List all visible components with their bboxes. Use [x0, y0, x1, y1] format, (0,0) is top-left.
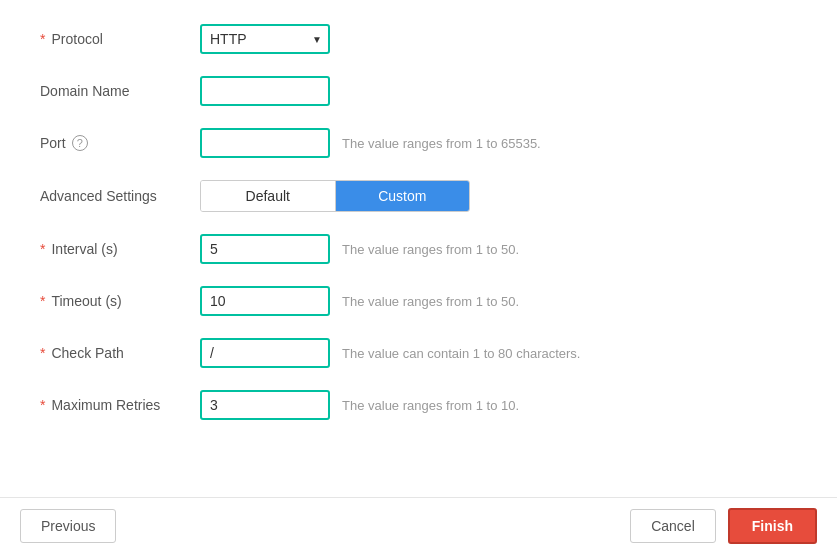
timeout-hint: The value ranges from 1 to 50. [342, 294, 519, 309]
port-label: Port ? [40, 135, 200, 151]
advanced-settings-label: Advanced Settings [40, 188, 200, 204]
max-retries-input[interactable] [200, 390, 330, 420]
max-retries-hint: The value ranges from 1 to 10. [342, 398, 519, 413]
interval-input[interactable] [200, 234, 330, 264]
domain-name-label: Domain Name [40, 83, 200, 99]
check-path-required-star: * [40, 345, 45, 361]
protocol-required-star: * [40, 31, 45, 47]
timeout-label: * Timeout (s) [40, 293, 200, 309]
port-input[interactable] [200, 128, 330, 158]
check-path-label: * Check Path [40, 345, 200, 361]
port-row: Port ? The value ranges from 1 to 65535. [40, 128, 797, 158]
finish-button[interactable]: Finish [728, 508, 817, 544]
max-retries-label: * Maximum Retries [40, 397, 200, 413]
footer-left: Previous [20, 509, 116, 543]
check-path-label-text: Check Path [51, 345, 123, 361]
previous-button[interactable]: Previous [20, 509, 116, 543]
advanced-settings-label-text: Advanced Settings [40, 188, 157, 204]
advanced-settings-toggle: Default Custom [200, 180, 470, 212]
domain-name-label-text: Domain Name [40, 83, 129, 99]
footer: Previous Cancel Finish [0, 497, 837, 554]
max-retries-row: * Maximum Retries The value ranges from … [40, 390, 797, 420]
interval-row: * Interval (s) The value ranges from 1 t… [40, 234, 797, 264]
timeout-label-text: Timeout (s) [51, 293, 121, 309]
port-help-icon[interactable]: ? [72, 135, 88, 151]
protocol-row: * Protocol HTTP HTTPS TCP UDP ▼ [40, 24, 797, 54]
timeout-input[interactable] [200, 286, 330, 316]
max-retries-label-text: Maximum Retries [51, 397, 160, 413]
timeout-row: * Timeout (s) The value ranges from 1 to… [40, 286, 797, 316]
check-path-hint: The value can contain 1 to 80 characters… [342, 346, 580, 361]
interval-hint: The value ranges from 1 to 50. [342, 242, 519, 257]
protocol-label-text: Protocol [51, 31, 102, 47]
advanced-settings-row: Advanced Settings Default Custom [40, 180, 797, 212]
domain-name-row: Domain Name [40, 76, 797, 106]
advanced-custom-button[interactable]: Custom [336, 181, 470, 211]
timeout-required-star: * [40, 293, 45, 309]
advanced-default-button[interactable]: Default [201, 181, 336, 211]
footer-right: Cancel Finish [630, 508, 817, 544]
check-path-row: * Check Path The value can contain 1 to … [40, 338, 797, 368]
protocol-label: * Protocol [40, 31, 200, 47]
port-hint: The value ranges from 1 to 65535. [342, 136, 541, 151]
interval-label-text: Interval (s) [51, 241, 117, 257]
max-retries-required-star: * [40, 397, 45, 413]
port-label-text: Port [40, 135, 66, 151]
domain-name-input[interactable] [200, 76, 330, 106]
main-content: * Protocol HTTP HTTPS TCP UDP ▼ Domain N… [0, 0, 837, 497]
protocol-select[interactable]: HTTP HTTPS TCP UDP [200, 24, 330, 54]
interval-label: * Interval (s) [40, 241, 200, 257]
check-path-input[interactable] [200, 338, 330, 368]
interval-required-star: * [40, 241, 45, 257]
protocol-select-wrapper: HTTP HTTPS TCP UDP ▼ [200, 24, 330, 54]
cancel-button[interactable]: Cancel [630, 509, 716, 543]
